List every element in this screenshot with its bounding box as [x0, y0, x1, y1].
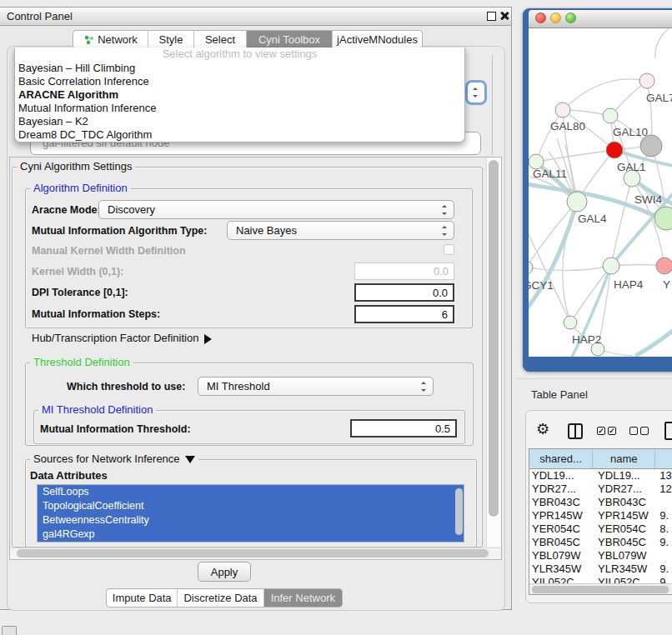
- table-row[interactable]: YBR043CYBR043C: [529, 496, 672, 509]
- mi-steps-input[interactable]: 6: [354, 305, 454, 323]
- network-icon: [83, 34, 94, 45]
- popup-item[interactable]: Bayesian – K2: [15, 115, 464, 128]
- network-canvas[interactable]: GAL7 GAL80 GAL10 GAL1 GAL11 SWI4 GAL4 GC…: [529, 28, 672, 357]
- tab-select-label: Select: [205, 33, 235, 46]
- which-threshold-value: MI Threshold: [207, 380, 270, 392]
- settings-hscrollbar-thumb[interactable]: [17, 549, 489, 558]
- gear-icon[interactable]: ⚙: [536, 421, 549, 438]
- node-hap2[interactable]: [564, 316, 577, 329]
- svg-text:GAL10: GAL10: [613, 126, 648, 138]
- sources-title-label: Sources for Network Inference: [33, 452, 180, 465]
- attribute-item-selected[interactable]: SelfLoops: [38, 485, 464, 499]
- popup-item[interactable]: Bayesian – Hill Climbing: [15, 62, 464, 75]
- close-icon[interactable]: [499, 11, 509, 21]
- popup-item-selected[interactable]: ARACNE Algorithm: [15, 88, 464, 102]
- cyni-mode-tabs: Impute Data Discretize Data Infer Networ…: [106, 588, 343, 608]
- table-row[interactable]: YDL19...YDL19...13: [529, 469, 672, 482]
- checked-box-icon[interactable]: ✓: [608, 427, 616, 435]
- mi-threshold-title: MI Threshold Definition: [38, 404, 156, 416]
- attribute-item-selected[interactable]: gal4RGexp: [38, 528, 464, 542]
- column-header-shared-name[interactable]: shared...: [529, 449, 593, 468]
- attribute-item-selected[interactable]: BetweennessCentrality: [38, 513, 464, 528]
- svg-text:Y: Y: [663, 278, 670, 291]
- float-window-icon[interactable]: [487, 12, 496, 21]
- table-panel-title: Table Panel: [531, 388, 588, 401]
- unchecked-box-icon[interactable]: [629, 427, 638, 435]
- node-gal80[interactable]: [555, 102, 570, 118]
- svg-text:HAP4: HAP4: [614, 278, 644, 291]
- close-traffic-light[interactable]: [535, 12, 546, 23]
- tab-impute-data[interactable]: Impute Data: [107, 589, 178, 607]
- mi-threshold-value: 0.5: [435, 422, 450, 435]
- svg-text:SWI4: SWI4: [634, 193, 662, 206]
- popup-item[interactable]: Mutual Information Inference: [15, 102, 464, 115]
- screen: Control Panel Network Style Select Cyni …: [0, 0, 672, 635]
- tab-cyni-toolbox[interactable]: Cyni Toolbox: [247, 31, 333, 48]
- zoom-traffic-light[interactable]: [565, 12, 576, 23]
- minimize-traffic-light[interactable]: [550, 12, 561, 23]
- svg-text:GAL80: GAL80: [550, 120, 585, 132]
- svg-text:GAL4: GAL4: [578, 212, 607, 225]
- tab-jactivemnodules[interactable]: jActiveMNodules: [333, 31, 422, 48]
- threshold-definition-title: Threshold Definition: [30, 357, 133, 368]
- table-row[interactable]: YBR045CYBR045C9.: [529, 536, 672, 549]
- node-gal10[interactable]: [603, 108, 618, 123]
- settings-vscrollbar-thumb[interactable]: [489, 160, 499, 517]
- popup-item[interactable]: Dream8 DC_TDC Algorithm: [15, 128, 464, 142]
- column-header-name[interactable]: name: [593, 449, 655, 468]
- manual-kernel-checkbox[interactable]: [444, 244, 454, 255]
- expanded-arrow-icon: [185, 456, 195, 463]
- column-header-partial[interactable]: [655, 449, 672, 468]
- popup-item[interactable]: Basic Correlation Inference: [15, 75, 464, 88]
- dpi-tolerance-label: DPI Tolerance [0,1]:: [32, 287, 128, 298]
- node-gal1-selected[interactable]: [606, 142, 623, 158]
- columns-icon[interactable]: [568, 423, 583, 439]
- svg-text:GCY1: GCY1: [529, 279, 554, 292]
- minimized-panel-icon[interactable]: [2, 626, 17, 635]
- chevron-updown-icon: [421, 382, 427, 392]
- hub-definition-toggle[interactable]: Hub/Transcription Factor Definition: [32, 332, 212, 344]
- mi-type-select[interactable]: Naive Bayes: [227, 221, 454, 240]
- tab-network-label: Network: [98, 33, 138, 46]
- mi-threshold-input[interactable]: 0.5: [350, 419, 457, 438]
- which-threshold-select[interactable]: MI Threshold: [198, 377, 434, 396]
- attribute-list-scrollbar[interactable]: [455, 488, 463, 535]
- table-row[interactable]: YPR145WYPR145W9.: [529, 509, 672, 522]
- tab-jactivemnodules-label: jActiveMNodules: [337, 33, 418, 46]
- node-table: shared... name YDL19...YDL19...13 YDR27.…: [529, 448, 672, 595]
- algorithm-popup: Select algorithm to view settings Bayesi…: [14, 48, 465, 142]
- tab-select[interactable]: Select: [194, 31, 247, 48]
- tab-infer-network[interactable]: Infer Network: [264, 589, 342, 607]
- kernel-width-input[interactable]: 0.0: [354, 262, 454, 280]
- unchecked-box-icon[interactable]: [640, 427, 649, 435]
- sources-title[interactable]: Sources for Network Inference: [30, 453, 198, 465]
- aracne-mode-label: Aracne Mode:: [32, 204, 101, 216]
- algorithm-combo-stepper[interactable]: [465, 80, 487, 105]
- dpi-tolerance-input[interactable]: 0.0: [354, 283, 454, 302]
- table-row[interactable]: YDR27...YDR27...12: [529, 482, 672, 496]
- table-row[interactable]: YBL079WYBL079W: [529, 549, 672, 562]
- control-panel-titlebar[interactable]: [0, 7, 512, 26]
- tab-network[interactable]: Network: [73, 31, 148, 48]
- node-gal4[interactable]: [567, 192, 587, 212]
- table-row[interactable]: YLR345WYLR345W9.: [529, 562, 672, 576]
- node-gcy1[interactable]: [529, 261, 533, 274]
- table-hscrollbar-track[interactable]: [529, 583, 672, 594]
- table-row[interactable]: YER054CYER054C8.: [529, 522, 672, 536]
- aracne-mode-select[interactable]: Discovery: [98, 200, 454, 219]
- node-hap4[interactable]: [603, 258, 619, 274]
- checked-box-icon[interactable]: ✓: [597, 427, 605, 435]
- table-hscrollbar-thumb[interactable]: [532, 586, 669, 593]
- tab-discretize-data[interactable]: Discretize Data: [178, 589, 263, 607]
- file-icon[interactable]: [664, 422, 672, 440]
- chevron-updown-icon: [473, 88, 479, 98]
- mi-steps-label: Mutual Information Steps:: [32, 308, 160, 320]
- chevron-updown-icon: [442, 226, 448, 236]
- hub-definition-label: Hub/Transcription Factor Definition: [32, 332, 198, 344]
- node-salmon[interactable]: [656, 258, 672, 274]
- apply-button[interactable]: Apply: [198, 562, 251, 582]
- tab-style[interactable]: Style: [148, 31, 194, 48]
- attribute-item-selected[interactable]: TopologicalCoefficient: [38, 499, 464, 513]
- node-gal7[interactable]: [639, 73, 654, 88]
- tab-impute-data-label: Impute Data: [113, 592, 172, 604]
